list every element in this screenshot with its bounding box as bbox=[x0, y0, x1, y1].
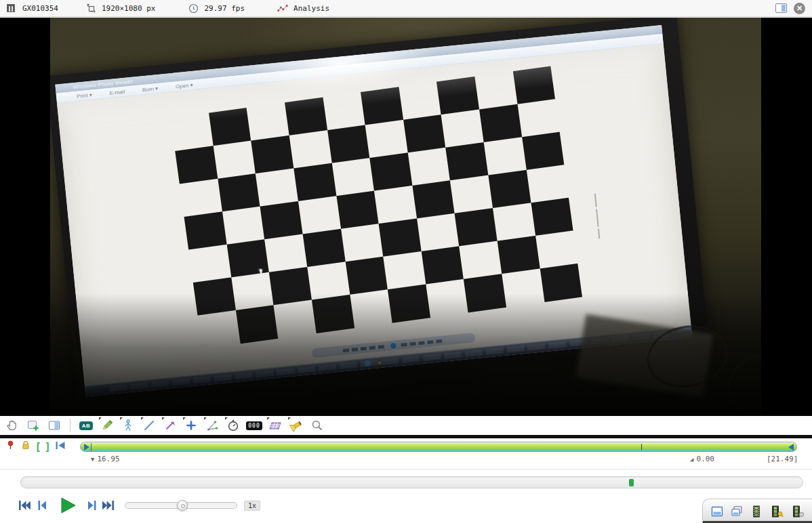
working-zone-start-icon[interactable]: [ bbox=[37, 442, 40, 451]
pv-menu-item: Print ▾ bbox=[76, 90, 92, 101]
checkerboard-cell bbox=[350, 290, 392, 328]
checkerboard-cell bbox=[298, 196, 341, 234]
save-key-images-button[interactable] bbox=[769, 505, 784, 518]
label-tool[interactable]: AB bbox=[78, 417, 94, 434]
checkerboard-cell bbox=[464, 274, 506, 312]
checkerboard-cell bbox=[274, 300, 317, 338]
checkerboard-cell bbox=[231, 272, 274, 310]
split-view-tool[interactable] bbox=[46, 417, 62, 434]
timeline-end-marker bbox=[788, 444, 794, 451]
frame-tracker-bar[interactable] bbox=[20, 476, 803, 488]
video-frame[interactable]: Windows Photo Viewer Print ▾E-mailBurn ▾… bbox=[50, 18, 761, 415]
marker-tool[interactable] bbox=[183, 417, 199, 434]
checkerboard-cell bbox=[437, 77, 479, 114]
checkerboard-cell bbox=[426, 280, 468, 318]
checkerboard-cell bbox=[365, 120, 408, 158]
checkerboard-cell bbox=[269, 268, 312, 306]
time-readouts: ▼16.95 ◢0.00 [21.49] bbox=[0, 454, 812, 465]
save-image-sequence-button[interactable] bbox=[730, 505, 744, 518]
checkerboard-cell bbox=[522, 132, 565, 170]
save-video-button[interactable] bbox=[750, 505, 763, 518]
goto-last-button[interactable] bbox=[102, 499, 115, 512]
checkerboard-cell bbox=[502, 269, 544, 307]
chronometer-tool[interactable] bbox=[225, 417, 241, 434]
keyframe-pin-icon[interactable] bbox=[6, 440, 15, 453]
checkerboard-cell bbox=[412, 181, 455, 219]
checkerboard-cell bbox=[312, 295, 354, 333]
analysis-icon bbox=[277, 3, 288, 14]
lock-icon[interactable] bbox=[21, 440, 31, 453]
checkerboard-cell bbox=[531, 198, 573, 236]
checkerboard-cell bbox=[479, 104, 522, 142]
checkerboard-cell bbox=[307, 262, 350, 300]
current-time: ▼16.95 bbox=[91, 455, 120, 463]
timeline-playhead[interactable] bbox=[84, 444, 89, 451]
checkerboard-cell bbox=[264, 234, 307, 272]
checkerboard-cell bbox=[535, 231, 578, 269]
snapshot-tool[interactable] bbox=[25, 417, 41, 434]
goto-first-button[interactable] bbox=[18, 499, 31, 512]
checkerboard-cell bbox=[403, 114, 446, 152]
checkerboard-cell bbox=[399, 82, 441, 120]
checkerboard-cell bbox=[285, 98, 327, 135]
posture-tool[interactable] bbox=[120, 417, 136, 434]
spotlight-tool[interactable] bbox=[288, 417, 304, 434]
checkerboard-cell bbox=[175, 146, 218, 184]
checkerboard-cell bbox=[379, 219, 422, 257]
checkerboard-cell bbox=[345, 257, 388, 295]
kinovea-player-window: GX010354 1920×1080 px 29.97 fps Analysis… bbox=[0, 0, 812, 523]
magnifier-tool[interactable] bbox=[309, 417, 325, 434]
pencil-tool[interactable] bbox=[99, 417, 115, 434]
arrow-tool[interactable] bbox=[162, 417, 178, 434]
speed-slider-thumb[interactable] bbox=[177, 500, 188, 511]
checkerboard-cell bbox=[247, 103, 289, 141]
checkerboard-cell bbox=[459, 241, 502, 279]
playhead-line bbox=[91, 443, 92, 451]
mode-label: Analysis bbox=[293, 4, 329, 13]
checkerboard-cell bbox=[388, 285, 430, 322]
dual-screen-icon[interactable] bbox=[775, 3, 787, 13]
checkerboard-cell bbox=[235, 306, 278, 343]
checkerboard-cell bbox=[374, 186, 417, 224]
checkerboard-cell bbox=[484, 138, 527, 175]
keyframe-marker[interactable] bbox=[629, 479, 634, 486]
checkerboard-cell bbox=[383, 252, 426, 290]
pv-play-icon bbox=[389, 341, 397, 350]
save-dual-video-button[interactable] bbox=[790, 505, 805, 518]
checkerboard bbox=[170, 66, 582, 349]
play-button[interactable] bbox=[58, 496, 77, 515]
grid-plane-tool[interactable] bbox=[267, 417, 283, 434]
hand-tool[interactable] bbox=[4, 417, 20, 434]
save-image-button[interactable] bbox=[710, 505, 724, 518]
video-stage: Windows Photo Viewer Print ▾E-mailBurn ▾… bbox=[0, 18, 812, 416]
checkerboard-cell bbox=[331, 158, 374, 196]
checkerboard-cell bbox=[193, 278, 236, 316]
angle-tool[interactable] bbox=[204, 417, 220, 434]
checkerboard-cell bbox=[493, 203, 535, 241]
checkerboard-cell bbox=[474, 71, 517, 109]
drawing-toolbar: AB 000 bbox=[0, 416, 812, 435]
checkerboard-cell bbox=[498, 236, 540, 274]
goto-start-icon[interactable] bbox=[55, 440, 66, 453]
checkerboard-cell bbox=[197, 311, 240, 349]
checkerboard-cell bbox=[417, 213, 460, 251]
checkerboard-cell bbox=[323, 92, 365, 130]
next-frame-button[interactable] bbox=[87, 499, 98, 512]
speed-slider[interactable] bbox=[125, 502, 237, 509]
checkerboard-cell bbox=[517, 99, 560, 137]
checkerboard-cell bbox=[421, 247, 464, 285]
checkerboard-cell bbox=[293, 163, 336, 201]
line-tool[interactable] bbox=[141, 417, 157, 434]
timeline-gauge[interactable] bbox=[80, 442, 797, 452]
working-zone-end-icon[interactable]: ] bbox=[46, 442, 49, 451]
counter-tool[interactable]: 000 bbox=[246, 417, 262, 434]
checkerboard-cell bbox=[526, 165, 569, 203]
dimensions-icon bbox=[85, 3, 96, 14]
checkerboard-cell bbox=[208, 108, 251, 146]
total-time: [21.49] bbox=[767, 455, 798, 463]
previous-frame-button[interactable] bbox=[37, 499, 47, 512]
checkerboard-cell bbox=[361, 87, 403, 125]
close-icon[interactable]: ✕ bbox=[794, 3, 805, 14]
checkerboard-cell bbox=[455, 209, 498, 247]
section-divider bbox=[0, 469, 812, 469]
